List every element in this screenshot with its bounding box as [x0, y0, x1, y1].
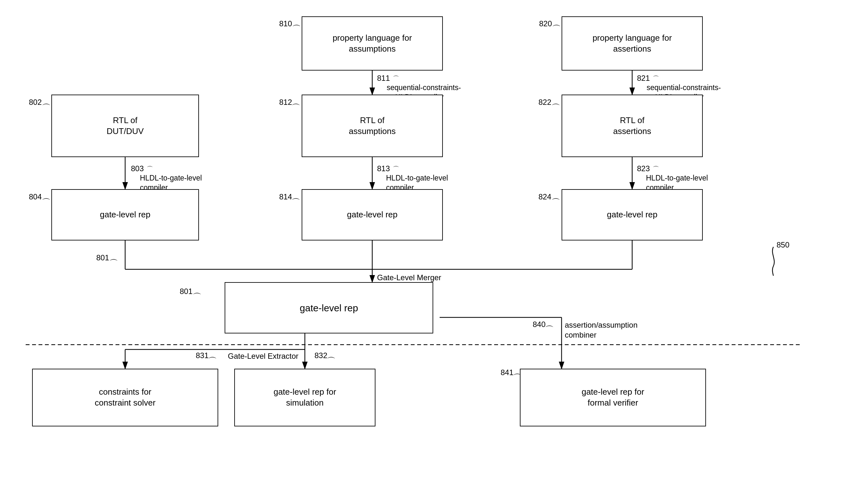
label-gate-merger: Gate-Level Merger: [377, 272, 441, 283]
rtl-assumptions-box: RTL of assumptions: [302, 94, 443, 157]
gate-formal-box: gate-level rep for formal verifier: [520, 369, 706, 427]
squiggle-830: ⌒: [208, 355, 217, 367]
ref-832: 832: [314, 351, 327, 360]
prop-assumptions-label: property language for assumptions: [332, 33, 412, 54]
gate-assumptions-label: gate-level rep: [347, 209, 398, 220]
rtl-dut-label: RTL of DUT/DUV: [106, 115, 144, 137]
ref-821: 821: [637, 74, 650, 83]
rtl-dut-box: RTL of DUT/DUV: [51, 94, 199, 157]
rtl-assertions-box: RTL of assertions: [562, 94, 703, 157]
squiggle-812: ⌒: [291, 102, 300, 114]
ref-812: 812: [279, 98, 292, 107]
label-combiner: assertion/assumption combiner: [565, 320, 638, 340]
rtl-assertions-label: RTL of assertions: [613, 115, 651, 137]
prop-assertions-label: property language for assertions: [592, 33, 672, 54]
ref-814: 814: [279, 192, 292, 201]
prop-assertions-box: property language for assertions: [562, 16, 703, 71]
gate-dut-box: gate-level rep: [51, 189, 199, 240]
gate-merged-label: gate-level rep: [300, 302, 358, 314]
label-803: 803 ⌒ HLDL-to-gate-level compiler: [131, 163, 202, 193]
squiggle-801: ⌒: [192, 291, 202, 303]
ref-841: 841: [501, 368, 513, 377]
ref-802: 802: [29, 98, 42, 107]
squiggle-800: ⌒: [109, 257, 118, 270]
diagram: property language for assumptions proper…: [0, 0, 843, 504]
ref-822: 822: [538, 98, 551, 107]
gate-formal-label: gate-level rep for formal verifier: [582, 386, 644, 409]
ref-800: 801: [96, 253, 109, 262]
ref-840: 840: [533, 320, 546, 329]
label-823: 823 ⌒ HLDL-to-gate-level compiler: [637, 163, 708, 193]
squiggle-814: ⌒: [291, 197, 300, 209]
ref-820: 820: [539, 19, 552, 28]
squiggle-822: ⌒: [551, 102, 560, 114]
ref-830: 831: [196, 351, 209, 360]
gate-assertions-label: gate-level rep: [607, 209, 657, 220]
label-813: 813 ⌒ HLDL-to-gate-level compiler: [377, 163, 448, 193]
squiggle-804: ⌒: [42, 197, 51, 209]
wavy-850: [754, 244, 793, 276]
gate-simulation-label: gate-level rep for simulation: [273, 386, 336, 409]
ref-804: 804: [29, 192, 42, 201]
rtl-assumptions-label: RTL of assumptions: [349, 115, 396, 137]
squiggle-810: ⌒: [292, 23, 301, 35]
gate-simulation-box: gate-level rep for simulation: [234, 369, 376, 427]
ref-823: 823: [637, 164, 650, 173]
squiggle-820: ⌒: [552, 23, 561, 35]
ref-810: 810: [279, 19, 292, 28]
constraints-box: constraints for constraint solver: [32, 369, 218, 427]
ref-813: 813: [377, 164, 390, 173]
prop-assumptions-box: property language for assumptions: [302, 16, 443, 71]
ref-803: 803: [131, 164, 144, 173]
squiggle-802: ⌒: [42, 102, 51, 114]
squiggle-824: ⌒: [551, 197, 560, 209]
ref-824: 824: [538, 192, 551, 201]
constraints-label: constraints for constraint solver: [94, 386, 155, 409]
ref-811: 811: [377, 74, 390, 83]
gate-assertions-box: gate-level rep: [562, 189, 703, 240]
gate-dut-label: gate-level rep: [100, 209, 151, 220]
gate-assumptions-box: gate-level rep: [302, 189, 443, 240]
squiggle-840: ⌒: [545, 324, 554, 336]
gate-merged-box: gate-level rep: [225, 282, 433, 334]
ref-801: 801: [180, 287, 192, 296]
label-gate-extractor: Gate-Level Extractor: [228, 351, 298, 361]
squiggle-832: ⌒: [327, 355, 336, 367]
